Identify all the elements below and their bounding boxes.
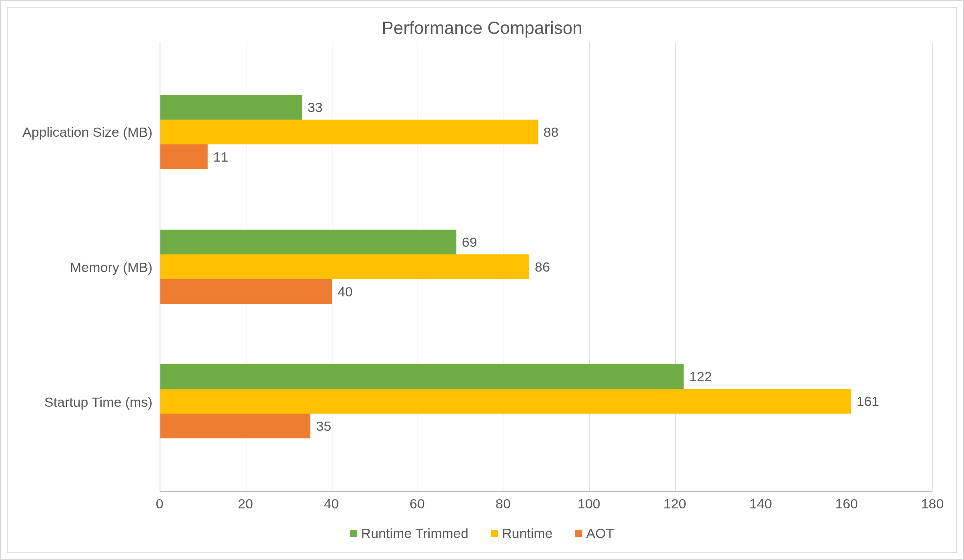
chart-inner: Performance Comparison Startup Time (ms)… [7, 7, 957, 553]
chart-container: Performance Comparison Startup Time (ms)… [0, 0, 964, 560]
plot-row: Startup Time (ms)Memory (MB)Application … [8, 42, 956, 492]
x-tick: 100 [578, 496, 600, 512]
x-axis: 020406080100120140160180 [8, 492, 956, 520]
bar [160, 144, 208, 169]
legend-label: Runtime Trimmed [361, 526, 468, 541]
category-label: Memory (MB) [70, 259, 152, 275]
x-tick: 140 [749, 496, 772, 512]
x-axis-spacer [8, 492, 160, 520]
data-label: 122 [684, 369, 712, 384]
x-tick: 80 [496, 496, 511, 512]
data-label: 35 [310, 418, 331, 434]
legend-swatch [575, 530, 582, 537]
x-tick: 160 [835, 496, 858, 512]
plot-area: 12216135698640338811 [160, 42, 932, 492]
legend-label: Runtime [502, 526, 553, 541]
gridline [847, 42, 847, 491]
bar [160, 95, 302, 120]
legend-item: Runtime Trimmed [350, 526, 468, 541]
legend-label: AOT [586, 526, 614, 541]
legend-swatch [491, 530, 498, 537]
x-tick: 0 [156, 496, 164, 512]
x-tick: 40 [324, 496, 339, 512]
gridline [675, 42, 676, 491]
data-label: 161 [851, 394, 879, 409]
bar [160, 120, 538, 144]
data-label: 88 [538, 124, 559, 140]
bar [160, 254, 529, 279]
x-tick: 180 [921, 496, 944, 512]
chart-title: Performance Comparison [8, 8, 956, 42]
legend-swatch [350, 530, 357, 537]
bar [160, 414, 310, 438]
bar [160, 364, 684, 389]
x-tick: 20 [238, 496, 253, 512]
x-axis-ticks: 020406080100120140160180 [160, 492, 932, 520]
gridline [932, 42, 933, 491]
gridline [761, 42, 761, 491]
data-label: 40 [332, 284, 353, 299]
bar [160, 279, 332, 304]
legend-item: AOT [575, 526, 614, 541]
data-label: 33 [302, 99, 323, 115]
category-label: Application Size (MB) [22, 124, 152, 140]
bar [160, 230, 456, 254]
bar [160, 389, 851, 414]
legend-item: Runtime [491, 526, 553, 541]
x-tick: 120 [664, 496, 686, 512]
legend: Runtime TrimmedRuntimeAOT [8, 520, 956, 552]
data-label: 69 [456, 234, 477, 250]
gridline [589, 42, 590, 491]
x-tick: 60 [410, 496, 425, 512]
y-axis: Startup Time (ms)Memory (MB)Application … [8, 42, 160, 492]
data-label: 86 [529, 259, 550, 274]
data-label: 11 [208, 149, 228, 164]
category-label: Startup Time (ms) [44, 394, 152, 410]
